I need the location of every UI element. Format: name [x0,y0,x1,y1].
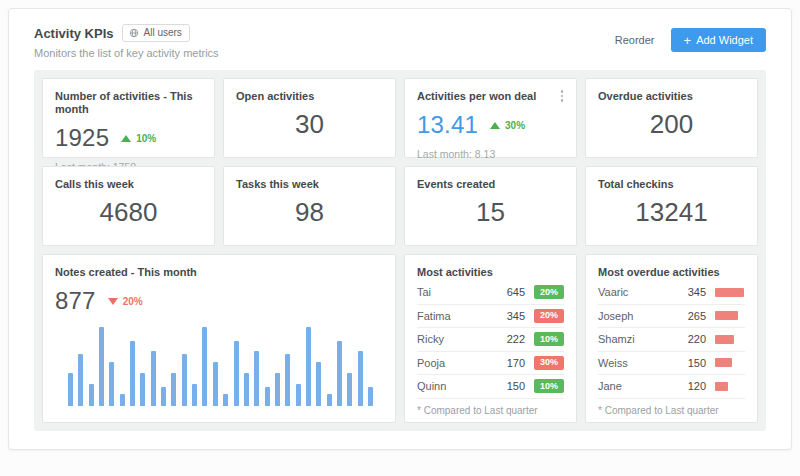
percent-badge: 20% [534,309,564,323]
most-overdue-activities-list: Vaaric345Joseph265Shamzi220Weiss150Jane1… [598,281,745,399]
person-name: Vaaric [598,286,682,298]
dashboard-page: Activity KPIs All users Monitors the lis… [8,8,792,450]
note-bar [223,394,228,406]
widget-overdue-activities[interactable]: Overdue activities 200 [585,78,758,158]
widget-title: Open activities [236,90,383,103]
trend-percent: 10% [136,133,156,144]
person-name: Tai [417,286,501,298]
note-bar [327,394,332,406]
note-bar [130,341,135,406]
widget-calls-this-week[interactable]: Calls this week 4680 [42,166,215,246]
note-bar [306,327,311,406]
widget-title: Calls this week [55,178,202,191]
overdue-count: 150 [682,357,706,369]
note-bar [171,373,176,406]
trend-down-icon [108,298,118,305]
page-title: Activity KPIs [34,26,113,41]
person-name: Joseph [598,310,682,322]
globe-icon [129,28,139,38]
overdue-bar [715,288,744,297]
kpi-value: 4680 [55,191,202,234]
widget-tasks-this-week[interactable]: Tasks this week 98 [223,166,396,246]
person-name: Pooja [417,357,501,369]
list-item: Joseph265 [598,305,745,329]
widget-open-activities[interactable]: Open activities 30 [223,78,396,158]
note-bar [78,354,83,406]
note-bar [109,362,114,406]
note-bar [316,362,321,406]
dashboard-header: Activity KPIs All users Monitors the lis… [9,9,791,70]
overdue-bar [715,358,732,367]
note-bar [213,362,218,406]
widget-most-activities[interactable]: Most activities Tai64520%Fatima34520%Ric… [404,254,577,423]
kpi-value: 13241 [598,191,745,234]
add-widget-button[interactable]: + Add Widget [671,28,766,52]
overdue-count: 220 [682,333,706,345]
note-bar [68,373,73,406]
activity-count: 222 [501,333,525,345]
activity-count: 645 [501,286,525,298]
note-bar [347,373,352,406]
add-widget-label: Add Widget [696,34,753,46]
widget-menu-kebab-icon[interactable] [559,88,566,104]
widget-most-overdue-activities[interactable]: Most overdue activities Vaaric345Joseph2… [585,254,758,423]
page-subtitle: Monitors the list of key activity metric… [34,47,219,59]
widget-title: Number of activities - This month [55,90,202,116]
note-bar [182,354,187,406]
widget-title: Events created [417,178,564,191]
person-name: Shamzi [598,333,682,345]
activity-count: 345 [501,310,525,322]
widget-title: Notes created - This month [55,266,383,279]
header-left: Activity KPIs All users Monitors the lis… [34,24,219,59]
percent-badge: 30% [534,356,564,370]
overdue-count: 345 [682,286,706,298]
trend-up-icon [490,122,500,129]
header-actions: Reorder + Add Widget [615,28,766,52]
person-name: Jane [598,380,682,392]
kpi-value: 30 [236,103,383,146]
note-bar [161,387,166,406]
list-item: Ricky22210% [417,328,564,352]
percent-badge: 10% [534,379,564,393]
percent-badge: 20% [534,285,564,299]
overdue-count: 120 [682,380,706,392]
activity-count: 170 [501,357,525,369]
widget-total-checkins[interactable]: Total checkins 13241 [585,166,758,246]
trend-percent: 20% [123,296,143,307]
note-bar [285,354,290,406]
list-item: Weiss150 [598,352,745,376]
list-item: Jane120 [598,375,745,399]
reorder-button[interactable]: Reorder [615,34,655,46]
note-bar [275,373,280,406]
note-bar [254,351,259,406]
trend-percent: 30% [505,120,525,131]
widget-activities-per-won-deal[interactable]: Activities per won deal 13.41 30% Last m… [404,78,577,158]
list-item: Tai64520% [417,281,564,305]
widgets-panel: Number of activities - This month 1925 1… [34,70,766,431]
widget-title: Overdue activities [598,90,745,103]
widget-number-of-activities[interactable]: Number of activities - This month 1925 1… [42,78,215,158]
note-bar [99,327,104,406]
notes-bar-chart [55,327,383,406]
note-bar [358,351,363,406]
note-bar [89,384,94,406]
overdue-bar [715,335,734,344]
note-bar [234,341,239,406]
all-users-filter-badge[interactable]: All users [122,24,189,42]
widget-events-created[interactable]: Events created 15 [404,166,577,246]
note-bar [244,373,249,406]
trend-up-icon [121,135,131,142]
widget-title: Most activities [417,266,564,279]
note-bar [265,387,270,406]
kpi-subtext: Last month: 8.13 [417,148,564,160]
overdue-bar [715,311,738,320]
widgets-grid: Number of activities - This month 1925 1… [42,78,758,423]
activity-count: 150 [501,380,525,392]
person-name: Ricky [417,333,501,345]
most-activities-list: Tai64520%Fatima34520%Ricky22210%Pooja170… [417,281,564,399]
note-bar [120,394,125,406]
person-name: Quinn [417,380,501,392]
widget-notes-created[interactable]: Notes created - This month 877 20% [42,254,396,423]
widget-footnote: * Compared to Last quarter [598,405,745,416]
note-bar [368,387,373,406]
